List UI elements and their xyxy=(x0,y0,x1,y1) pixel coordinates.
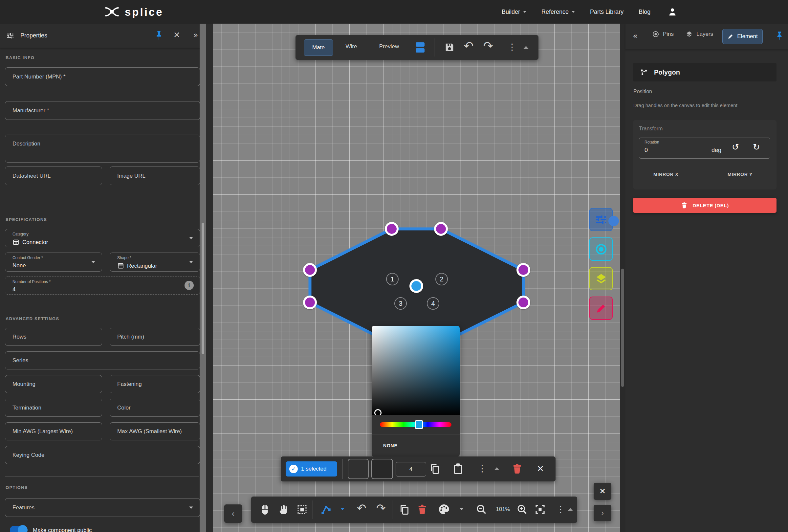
pins-tool-button[interactable] xyxy=(589,237,613,261)
fastening-field[interactable]: Fastening xyxy=(110,375,200,393)
layout-bars-icon[interactable] xyxy=(416,42,425,53)
palette-icon[interactable] xyxy=(437,503,451,516)
termination-field[interactable]: Termination xyxy=(5,399,102,417)
number-of-positions-field[interactable]: Number of Positions * 4 i xyxy=(5,276,200,295)
mounting-field[interactable]: Mounting xyxy=(5,375,102,393)
editor-canvas[interactable]: 1 2 3 4 Mate Wire Preview ↶ ↷ ⋮ xyxy=(213,24,626,532)
undo-icon[interactable]: ↶ xyxy=(357,501,367,515)
collapse-panel-icon[interactable]: « xyxy=(633,31,638,41)
center-handle[interactable] xyxy=(410,279,423,293)
pan-hand-icon[interactable] xyxy=(278,503,290,516)
fit-view-icon[interactable] xyxy=(534,504,546,515)
collapse-toolbar-icon[interactable] xyxy=(568,508,573,511)
edit-tool-button[interactable] xyxy=(589,297,613,320)
hue-handle[interactable] xyxy=(415,420,423,429)
rotation-field[interactable]: Rotation 0 deg ↺ ↻ xyxy=(639,138,770,159)
pin-3[interactable]: 3 xyxy=(394,297,407,310)
features-select[interactable]: Features xyxy=(5,498,200,517)
redo-icon[interactable]: ↷ xyxy=(376,501,386,515)
palette-dropdown-icon[interactable] xyxy=(460,508,463,510)
vertex-handle[interactable] xyxy=(385,222,399,236)
expand-right-panel-button[interactable]: › xyxy=(594,505,611,521)
collapse-toolbar-icon[interactable] xyxy=(524,46,529,49)
description-field[interactable]: Description xyxy=(5,135,200,162)
info-icon[interactable]: i xyxy=(184,281,194,290)
layers-tool-button[interactable] xyxy=(589,267,613,290)
user-account-icon[interactable] xyxy=(668,7,677,17)
vertex-handle[interactable] xyxy=(516,263,530,277)
zoom-in-icon[interactable] xyxy=(516,504,528,515)
properties-tool-button[interactable] xyxy=(589,208,613,231)
delete-element-button[interactable]: DELETE (DEL) xyxy=(633,198,776,213)
pin-panel-icon[interactable] xyxy=(775,31,784,41)
image-url-field[interactable]: Image URL xyxy=(110,166,200,185)
shape-select[interactable]: Shape * Rectangular xyxy=(110,253,200,272)
select-region-icon[interactable] xyxy=(296,504,308,516)
tab-element[interactable]: Element xyxy=(722,29,763,44)
mirror-x-button[interactable]: MIRROR X xyxy=(653,172,678,177)
rows-field[interactable]: Rows xyxy=(5,328,102,346)
more-options-icon[interactable]: ⋮ xyxy=(556,505,565,514)
save-icon[interactable] xyxy=(444,42,455,53)
pin-1[interactable]: 1 xyxy=(386,273,399,285)
category-select[interactable]: Category Connector xyxy=(5,229,200,247)
copy-icon[interactable] xyxy=(429,463,441,475)
contact-gender-select[interactable]: Contact Gender * None xyxy=(5,253,102,272)
zoom-out-icon[interactable] xyxy=(475,504,487,515)
pin-2[interactable]: 2 xyxy=(435,273,448,285)
positions-count-input[interactable]: 4 xyxy=(396,462,426,476)
vertex-handle[interactable] xyxy=(516,296,530,309)
make-public-toggle[interactable] xyxy=(10,526,27,532)
nav-blog[interactable]: Blog xyxy=(638,8,650,16)
manufacturer-field[interactable]: Manufacturer * xyxy=(5,101,200,120)
more-options-icon[interactable]: ⋮ xyxy=(478,464,487,473)
fill-color-swatch[interactable] xyxy=(348,459,369,479)
close-selection-icon[interactable]: ✕ xyxy=(537,464,544,474)
rotate-ccw-icon[interactable]: ↺ xyxy=(732,142,739,152)
rotate-cw-icon[interactable]: ↻ xyxy=(753,142,760,152)
expand-left-panel-button[interactable]: ‹ xyxy=(224,505,242,523)
min-awg-field[interactable]: Min AWG (Largest Wire) xyxy=(5,422,102,440)
keying-code-field[interactable]: Keying Code xyxy=(5,446,200,464)
datasheet-url-field[interactable]: Datasheet URL xyxy=(5,166,102,185)
stroke-color-swatch[interactable] xyxy=(371,459,393,479)
delete-icon[interactable] xyxy=(416,503,428,516)
nav-reference[interactable]: Reference xyxy=(541,8,575,16)
drag-dot[interactable] xyxy=(608,216,619,226)
redo-icon[interactable]: ↷ xyxy=(483,39,493,53)
none-color-option[interactable]: NONE xyxy=(383,443,398,448)
vertex-handle[interactable] xyxy=(303,263,317,277)
paste-icon[interactable] xyxy=(452,462,464,475)
mouse-tool-icon[interactable] xyxy=(259,503,271,516)
duplicate-icon[interactable] xyxy=(399,503,410,516)
tab-pins[interactable]: Pins xyxy=(652,30,674,38)
tab-mate[interactable]: Mate xyxy=(304,39,333,56)
collapse-panel-icon[interactable]: » xyxy=(193,30,198,40)
nav-parts-library[interactable]: Parts Library xyxy=(590,8,624,16)
logo-text[interactable]: splice xyxy=(125,6,163,18)
polyline-tool-icon[interactable] xyxy=(319,503,333,516)
delete-selection-icon[interactable] xyxy=(511,462,523,475)
vertex-handle[interactable] xyxy=(303,296,317,309)
color-field[interactable]: Color xyxy=(110,399,200,417)
hue-slider[interactable] xyxy=(380,422,451,427)
close-overlay-button[interactable]: ✕ xyxy=(594,483,611,500)
saturation-gradient[interactable] xyxy=(372,326,460,415)
selection-count-badge[interactable]: ✓ 1 selected xyxy=(285,461,337,476)
pitch-field[interactable]: Pitch (mm) xyxy=(110,328,200,346)
more-options-icon[interactable]: ⋮ xyxy=(508,43,516,52)
pin-panel-icon[interactable] xyxy=(154,30,163,41)
tab-preview[interactable]: Preview xyxy=(373,43,405,50)
panel-scrollbar[interactable] xyxy=(200,24,206,532)
pin-4[interactable]: 4 xyxy=(427,297,439,310)
tab-layers[interactable]: Layers xyxy=(685,30,713,38)
close-panel-icon[interactable]: ✕ xyxy=(173,30,180,40)
vertex-handle[interactable] xyxy=(434,222,448,236)
mirror-y-button[interactable]: MIRROR Y xyxy=(728,172,752,177)
rotation-value[interactable]: 0 xyxy=(645,147,648,154)
zoom-level[interactable]: 101% xyxy=(493,506,513,513)
max-awg-field[interactable]: Max AWG (Smallest Wire) xyxy=(110,422,200,440)
tab-wire[interactable]: Wire xyxy=(340,43,363,50)
part-number-field[interactable]: Part Number (MPN) * xyxy=(5,67,200,86)
series-field[interactable]: Series xyxy=(5,351,200,370)
